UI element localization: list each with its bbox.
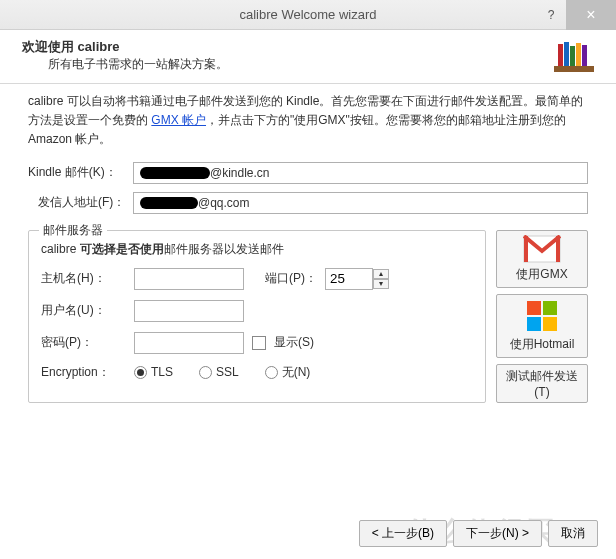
server-desc: calibre 可选择是否使用邮件服务器以发送邮件 [41,241,473,258]
page-title: 欢迎使用 calibre [22,38,554,56]
test-mail-button[interactable]: 测试邮件发送(T) [496,364,588,403]
pass-label: 密码(P)： [41,334,126,351]
page-subtitle: 所有电子书需求的一站解决方案。 [22,56,554,73]
encryption-tls[interactable]: TLS [134,365,173,379]
svg-rect-9 [527,301,541,315]
kindle-email-input[interactable]: @kindle.cn [133,162,588,184]
from-email-label: 发信人地址(F)： [38,194,133,211]
port-spinner[interactable]: ▴ ▾ [325,268,389,290]
port-input[interactable] [325,268,373,290]
use-gmx-button[interactable]: 使用GMX [496,230,588,288]
user-input[interactable] [134,300,244,322]
host-label: 主机名(H)： [41,270,126,287]
port-label: 端口(P)： [262,270,317,287]
svg-rect-0 [554,66,594,72]
host-input[interactable] [134,268,244,290]
back-button[interactable]: < 上一步(B) [359,520,447,547]
svg-rect-5 [582,45,587,66]
next-button[interactable]: 下一步(N) > [453,520,542,547]
use-hotmail-button[interactable]: 使用Hotmail [496,294,588,358]
intro-text: calibre 可以自动将书籍通过电子邮件发送到您的 Kindle。首先您需要在… [28,92,588,150]
gmail-icon [523,235,561,263]
titlebar: calibre Welcome wizard ? × [0,0,616,30]
svg-rect-2 [564,42,569,66]
svg-rect-10 [543,301,557,315]
svg-rect-12 [543,317,557,331]
show-password-checkbox[interactable] [252,336,266,350]
gmx-link[interactable]: GMX 帐户 [151,113,206,127]
from-email-input[interactable]: @qq.com [133,192,588,214]
titlebar-buttons: ? × [536,0,616,30]
svg-rect-3 [570,46,575,66]
svg-rect-7 [524,236,528,262]
redacted-text [140,167,210,179]
wizard-nav: < 上一步(B) 下一步(N) > 取消 [359,520,598,547]
books-icon [554,38,594,72]
encryption-ssl[interactable]: SSL [199,365,239,379]
close-button[interactable]: × [566,0,616,30]
redacted-text [140,197,198,209]
show-password-label: 显示(S) [274,334,314,351]
pass-input[interactable] [134,332,244,354]
cancel-button[interactable]: 取消 [548,520,598,547]
windows-icon [525,299,559,333]
mail-server-group-title: 邮件服务器 [39,222,107,239]
mail-server-group: 邮件服务器 calibre 可选择是否使用邮件服务器以发送邮件 主机名(H)： … [28,230,486,403]
port-down[interactable]: ▾ [373,279,389,289]
header: 欢迎使用 calibre 所有电子书需求的一站解决方案。 [0,30,616,79]
svg-rect-11 [527,317,541,331]
kindle-email-label: Kindle 邮件(K)： [28,164,133,181]
help-button[interactable]: ? [536,0,566,30]
encryption-label: Encryption： [41,364,126,381]
svg-rect-1 [558,44,563,66]
encryption-none[interactable]: 无(N) [265,364,311,381]
svg-rect-4 [576,43,581,66]
wizard-window: calibre Welcome wizard ? × 欢迎使用 calibre … [0,0,616,559]
user-label: 用户名(U)： [41,302,126,319]
window-title: calibre Welcome wizard [239,7,376,22]
port-up[interactable]: ▴ [373,269,389,279]
svg-rect-8 [556,236,560,262]
